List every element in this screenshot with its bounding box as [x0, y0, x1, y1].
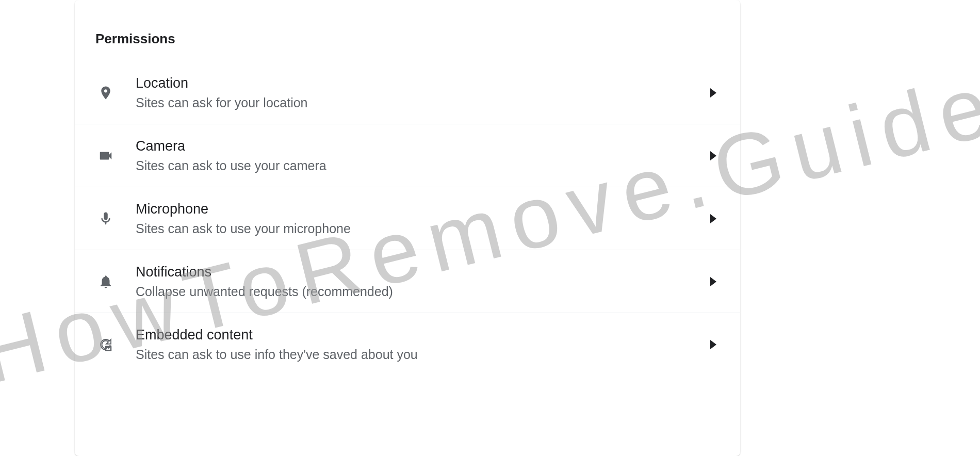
- permission-title: Location: [136, 75, 707, 91]
- permission-title: Embedded content: [136, 327, 707, 343]
- permission-subtitle: Sites can ask for your location: [136, 95, 707, 110]
- permission-text: Location Sites can ask for your location: [136, 75, 707, 110]
- bell-icon: [97, 273, 114, 290]
- permission-subtitle: Collapse unwanted requests (recommended): [136, 284, 707, 299]
- permission-row-microphone[interactable]: Microphone Sites can ask to use your mic…: [75, 187, 740, 250]
- permission-title: Microphone: [136, 201, 707, 217]
- chevron-right-icon: [707, 338, 720, 351]
- permission-text: Microphone Sites can ask to use your mic…: [136, 201, 707, 236]
- permission-text: Notifications Collapse unwanted requests…: [136, 264, 707, 299]
- permission-row-location[interactable]: Location Sites can ask for your location: [75, 61, 740, 124]
- permission-title: Camera: [136, 138, 707, 154]
- permission-row-notifications[interactable]: Notifications Collapse unwanted requests…: [75, 250, 740, 313]
- embedded-content-icon: [97, 336, 114, 353]
- chevron-right-icon: [707, 150, 720, 162]
- section-title: Permissions: [75, 0, 740, 61]
- microphone-icon: [97, 210, 114, 227]
- permission-row-embedded-content[interactable]: Embedded content Sites can ask to use in…: [75, 313, 740, 376]
- permission-text: Embedded content Sites can ask to use in…: [136, 327, 707, 362]
- location-icon: [97, 85, 114, 101]
- permission-subtitle: Sites can ask to use your microphone: [136, 221, 707, 236]
- permissions-card: Permissions Location Sites can ask for y…: [75, 0, 740, 456]
- chevron-right-icon: [707, 275, 720, 288]
- chevron-right-icon: [707, 87, 720, 99]
- chevron-right-icon: [707, 213, 720, 225]
- permission-subtitle: Sites can ask to use info they've saved …: [136, 347, 707, 362]
- permission-title: Notifications: [136, 264, 707, 280]
- permission-row-camera[interactable]: Camera Sites can ask to use your camera: [75, 124, 740, 187]
- permission-text: Camera Sites can ask to use your camera: [136, 138, 707, 173]
- permission-subtitle: Sites can ask to use your camera: [136, 158, 707, 173]
- camera-icon: [97, 148, 114, 164]
